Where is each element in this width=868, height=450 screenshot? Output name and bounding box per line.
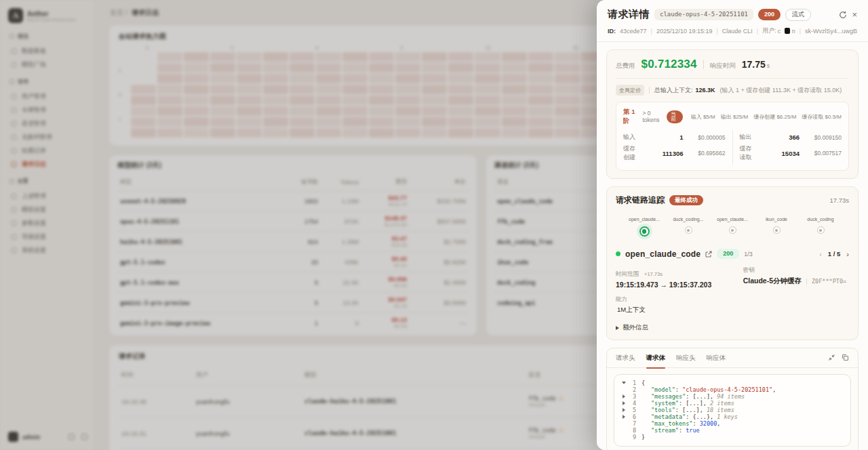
fold-toggle-icon[interactable] <box>620 408 627 412</box>
tab-2[interactable]: 请求体 <box>646 348 666 368</box>
channel-name: open_claude_code <box>625 249 701 259</box>
trace-node-circle <box>685 226 692 234</box>
line-number: 7 <box>627 420 636 427</box>
request-time: 2025/12/10 19:15:19 <box>656 28 713 35</box>
line-number: 3 <box>627 393 636 400</box>
trace-node[interactable]: open_claude... <box>713 217 752 237</box>
payload-card: 请求头请求体响应头响应体 1{2"model": "claude-opus-4-… <box>606 348 859 450</box>
external-link-icon[interactable] <box>705 251 712 258</box>
tab-4[interactable]: 响应体 <box>707 348 726 368</box>
attempt-status-badge: 200 <box>717 249 739 259</box>
trace-title: 请求链路追踪 <box>616 195 665 206</box>
line-number: 4 <box>627 400 636 407</box>
token-key: "max_tokens" <box>651 420 692 427</box>
close-icon[interactable]: × <box>852 10 857 19</box>
code-line: 6"metadata": {...}, 1 keys <box>620 413 844 420</box>
trace-node-circle <box>639 226 650 237</box>
line-number: 9 <box>627 434 636 441</box>
rate-item: 缓存读取 $0.5/M <box>802 113 842 121</box>
trace-node[interactable]: duck_coding <box>802 217 840 237</box>
stream-badge: 流式 <box>785 9 811 21</box>
usage-label: 缓存读取 <box>740 144 758 162</box>
code-content: "system": [...], 2 items <box>642 400 734 407</box>
fold-toggle-icon[interactable] <box>620 394 627 398</box>
collapse-icon[interactable] <box>828 352 835 364</box>
code-line: 8"stream": true <box>620 427 844 434</box>
context-total: 126.3K <box>696 87 715 94</box>
token-pun: : [...], <box>686 393 717 400</box>
trace-node[interactable]: ikun_code <box>757 217 796 237</box>
token-pun: } <box>642 434 645 441</box>
time-range: 19:15:19.473 → 19:15:37.203 <box>616 281 743 289</box>
token-key: "tools" <box>651 407 675 413</box>
usage-tokens: 15034 <box>757 150 800 157</box>
usage-cost: $0.007517 <box>800 150 842 157</box>
tier-name: 第 1 阶 <box>623 108 638 125</box>
attempt-count: 1/3 <box>744 251 753 258</box>
chevron-right-icon <box>623 394 625 398</box>
token-pun: : <box>679 427 686 434</box>
copy-icon[interactable] <box>842 352 849 364</box>
line-number: 2 <box>627 386 636 393</box>
tab-3[interactable]: 响应头 <box>676 348 696 368</box>
code-line: 4"system": [...], 2 items <box>620 400 844 407</box>
usage-tokens: 1 <box>642 134 684 141</box>
cost-card: 总费用 $0.712334 响应时间 17.75s 全局定价 总输入上下文: 1… <box>606 49 859 179</box>
usage-label: 缓存创建 <box>623 144 642 162</box>
token-key: "stream" <box>651 427 679 434</box>
token-num: 32000 <box>700 420 717 427</box>
code-content: "stream": true <box>642 427 700 434</box>
fold-toggle-icon[interactable] <box>620 415 627 419</box>
token-pun: , <box>772 386 776 393</box>
chevron-down-icon <box>622 382 626 384</box>
fold-toggle-icon[interactable] <box>620 382 627 384</box>
trace-card: 请求链路追踪 最终成功 17.73s open_claude...duck_co… <box>606 186 859 340</box>
trace-node[interactable]: open_claude... <box>625 217 664 237</box>
tab-1[interactable]: 请求头 <box>616 348 635 368</box>
token-pun: : {...}, <box>686 413 717 420</box>
key-masked: Z0F***PT0= <box>812 278 846 285</box>
token-pun: : <box>692 420 699 427</box>
code-content: "tools": [...], 18 items <box>642 407 734 413</box>
json-viewer[interactable]: 1{2"model": "claude-opus-4-5-20251101",3… <box>614 374 851 447</box>
api-key-masked: sk-WvzlSy4...uwgB <box>805 28 857 35</box>
trace-node[interactable]: duck_coding... <box>669 217 708 237</box>
tier-condition: > 0 tokens <box>642 110 663 123</box>
pager-position: 1 / 5 <box>828 250 841 258</box>
token-meta: 1 keys <box>717 413 738 420</box>
pager-next-icon[interactable]: › <box>846 250 849 258</box>
trace-node-circle <box>729 226 736 234</box>
token-pun: : [...], <box>675 407 707 413</box>
pricing-tier-card: 第 1 阶 > 0 tokens 当前 输入 $5/M输出 $25/M缓存创建 … <box>616 102 849 171</box>
rate-item: 缓存创建 $6.25/M <box>753 113 796 121</box>
token-key: "metadata" <box>651 413 686 420</box>
channel-status-dot <box>616 251 620 256</box>
code-content: "metadata": {...}, 1 keys <box>642 413 738 420</box>
pager-prev-icon[interactable]: ‹ <box>819 250 822 258</box>
usage-row-input: 输入1$0.000005 <box>623 133 726 142</box>
code-content: "max_tokens": 32000, <box>642 420 720 427</box>
tier-rates: 输入 $5/M输出 $25/M缓存创建 $6.25/M缓存读取 $0.5/M <box>691 113 842 121</box>
status-code-badge: 200 <box>758 9 781 20</box>
extra-info-toggle[interactable]: 额外信息 <box>616 323 849 332</box>
usage-row-cache-read: 缓存读取15034$0.007517 <box>740 144 842 162</box>
usage-col-right: 输出366$0.009150缓存读取15034$0.007517 <box>740 130 842 165</box>
rate-item: 输出 $25/M <box>721 113 748 121</box>
line-number: 5 <box>627 407 636 413</box>
usage-col-left: 输入1$0.000005缓存创建111306$0.695662 <box>623 130 726 165</box>
token-meta: 94 items <box>717 393 745 400</box>
token-key: "system" <box>651 400 679 407</box>
triangle-right-icon <box>616 326 619 330</box>
refresh-icon[interactable] <box>839 11 847 19</box>
total-fee-label: 总费用 <box>616 62 635 70</box>
fold-toggle-icon[interactable] <box>620 401 627 405</box>
token-key: "messages" <box>651 393 686 400</box>
token-pun: : <box>675 386 682 393</box>
client-name: Claude CLI <box>722 28 753 35</box>
line-number: 8 <box>627 427 636 434</box>
trace-node-label: duck_coding <box>807 217 833 222</box>
usage-cost: $0.000005 <box>684 134 726 141</box>
total-fee-value: $0.712334 <box>642 58 697 71</box>
chevron-right-icon <box>623 408 625 412</box>
code-line: 3"messages": [...], 94 items <box>620 393 844 400</box>
